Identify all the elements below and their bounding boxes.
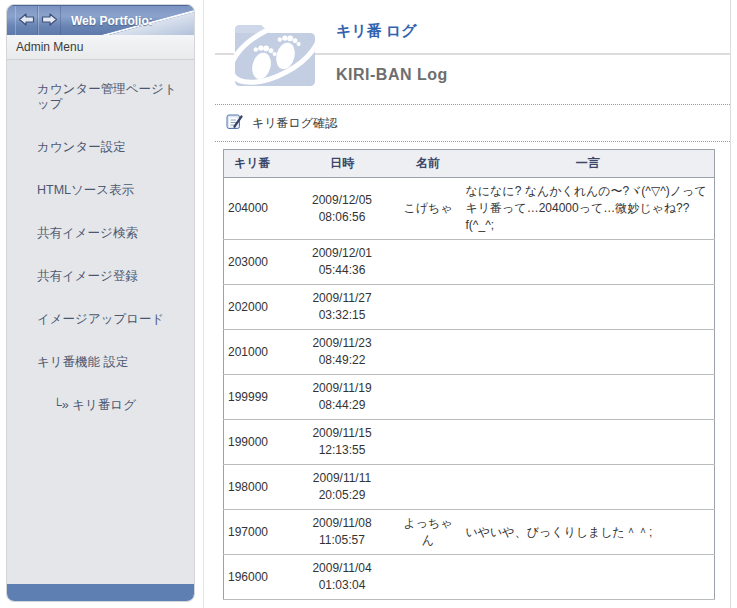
datetime-cell: 2009/12/05 08:06:56: [290, 178, 395, 240]
datetime-cell: 2009/11/23 08:49:22: [290, 330, 395, 375]
kiriban-cell: 196000: [224, 555, 290, 600]
col-header-name: 名前: [395, 150, 462, 178]
name-cell: [395, 240, 462, 285]
name-cell: [395, 465, 462, 510]
date-value: 2009/11/23: [294, 335, 391, 352]
sidebar-item[interactable]: キリ番機能 設定: [7, 341, 194, 384]
nav-arrows: [15, 6, 61, 35]
sidebar-menu: カウンター管理ページトップカウンター設定HTMLソース表示共有イメージ検索共有イ…: [7, 60, 194, 427]
footprints-folder-icon: [228, 6, 322, 96]
log-table-row: 197000 2009/11/08 11:05:57 よっちゃん いやいや、びっ…: [224, 510, 715, 555]
datetime-cell: 2009/11/19 08:44:29: [290, 375, 395, 420]
kiriban-cell: 199999: [224, 375, 290, 420]
kiriban-cell: 204000: [224, 178, 290, 240]
col-header-comment: 一言: [462, 150, 715, 178]
date-value: 2009/11/19: [294, 380, 391, 397]
kiriban-cell: 202000: [224, 285, 290, 330]
sidebar-item[interactable]: カウンター設定: [7, 126, 194, 169]
name-cell: [395, 420, 462, 465]
date-value: 2009/12/05: [294, 192, 391, 209]
time-value: 01:03:04: [294, 577, 391, 594]
time-value: 05:44:36: [294, 262, 391, 279]
kiriban-log-page: Web Portfolio: Admin Menu カウンター管理ページトップカ…: [0, 0, 737, 608]
log-table-row: 199999 2009/11/19 08:44:29: [224, 375, 715, 420]
back-button[interactable]: [15, 6, 38, 35]
kiriban-cell: 203000: [224, 240, 290, 285]
log-table-row: 202000 2009/11/27 03:32:15: [224, 285, 715, 330]
comment-cell: [462, 555, 715, 600]
sidebar-item[interactable]: カウンター管理ページトップ: [7, 68, 194, 126]
back-arrow-icon: [18, 13, 35, 29]
time-value: 11:05:57: [294, 532, 391, 549]
comment-cell: [462, 285, 715, 330]
log-table-row: 201000 2009/11/23 08:49:22: [224, 330, 715, 375]
datetime-cell: 2009/12/01 05:44:36: [290, 240, 395, 285]
section-label: キリ番ログ確認: [252, 115, 337, 132]
datetime-cell: 2009/11/08 11:05:57: [290, 510, 395, 555]
table-header-row: キリ番 日時 名前 一言: [224, 150, 715, 178]
log-check-section-bar: キリ番ログ確認: [215, 104, 730, 142]
time-value: 08:49:22: [294, 352, 391, 369]
comment-cell: [462, 240, 715, 285]
kiriban-cell: 201000: [224, 330, 290, 375]
time-value: 12:13:55: [294, 442, 391, 459]
portfolio-title: Web Portfolio:: [71, 14, 153, 28]
kiriban-cell: 197000: [224, 510, 290, 555]
forward-arrow-icon: [41, 13, 58, 29]
time-value: 08:06:56: [294, 209, 391, 226]
name-cell: こげちゃ: [395, 178, 462, 240]
date-value: 2009/12/01: [294, 245, 391, 262]
log-table-body: 204000 2009/12/05 08:06:56 こげちゃ なになに? なん…: [224, 178, 715, 600]
datetime-cell: 2009/11/15 12:13:55: [290, 420, 395, 465]
name-cell: よっちゃん: [395, 510, 462, 555]
datetime-cell: 2009/11/11 20:05:29: [290, 465, 395, 510]
date-value: 2009/11/27: [294, 290, 391, 307]
sidebar-header: Web Portfolio:: [7, 5, 194, 35]
admin-sidebar: Web Portfolio: Admin Menu カウンター管理ページトップカ…: [6, 4, 195, 602]
sidebar-item[interactable]: イメージアップロード: [7, 298, 194, 341]
page-title-jp: キリ番 ログ: [336, 22, 417, 41]
log-table-row: 203000 2009/12/01 05:44:36: [224, 240, 715, 285]
time-value: 20:05:29: [294, 487, 391, 504]
forward-button[interactable]: [38, 6, 61, 35]
kiriban-cell: 198000: [224, 465, 290, 510]
sidebar-item[interactable]: HTMLソース表示: [7, 169, 194, 212]
time-value: 03:32:15: [294, 307, 391, 324]
admin-menu-label: Admin Menu: [7, 35, 194, 60]
col-header-kiriban: キリ番: [224, 150, 290, 178]
log-note-icon: [226, 113, 243, 134]
time-value: 08:44:29: [294, 397, 391, 414]
comment-cell: なになに? なんかくれんの〜?ヾ(^▽^)ノってキリ番って…204000って…微…: [462, 178, 715, 240]
date-value: 2009/11/15: [294, 425, 391, 442]
log-table-row: 204000 2009/12/05 08:06:56 こげちゃ なになに? なん…: [224, 178, 715, 240]
datetime-cell: 2009/11/04 01:03:04: [290, 555, 395, 600]
comment-cell: いやいや、びっくりしました＾＾;: [462, 510, 715, 555]
sidebar-subitem[interactable]: └» キリ番ログ: [7, 384, 194, 427]
sidebar-item[interactable]: 共有イメージ検索: [7, 212, 194, 255]
col-header-datetime: 日時: [290, 150, 395, 178]
date-value: 2009/11/04: [294, 560, 391, 577]
log-table-row: 198000 2009/11/11 20:05:29: [224, 465, 715, 510]
sidebar-item[interactable]: 共有イメージ登録: [7, 255, 194, 298]
sidebar-footer-bar: [7, 584, 194, 601]
date-value: 2009/11/08: [294, 515, 391, 532]
comment-cell: [462, 465, 715, 510]
comment-cell: [462, 330, 715, 375]
name-cell: [395, 330, 462, 375]
comment-cell: [462, 420, 715, 465]
name-cell: [395, 375, 462, 420]
comment-cell: [462, 375, 715, 420]
datetime-cell: 2009/11/27 03:32:15: [290, 285, 395, 330]
page-title-en: KIRI-BAN Log: [336, 66, 448, 84]
log-table-row: 199000 2009/11/15 12:13:55: [224, 420, 715, 465]
name-cell: [395, 285, 462, 330]
main-content: キリ番 ログ KIRI-BAN Log キリ番ログ確認 キリ番 日時: [203, 0, 731, 608]
log-table-row: 196000 2009/11/04 01:03:04: [224, 555, 715, 600]
date-value: 2009/11/11: [294, 470, 391, 487]
kiriban-cell: 199000: [224, 420, 290, 465]
kiriban-log-table: キリ番 日時 名前 一言 204000 2009/12/05 08:06:56 …: [223, 149, 715, 600]
name-cell: [395, 555, 462, 600]
